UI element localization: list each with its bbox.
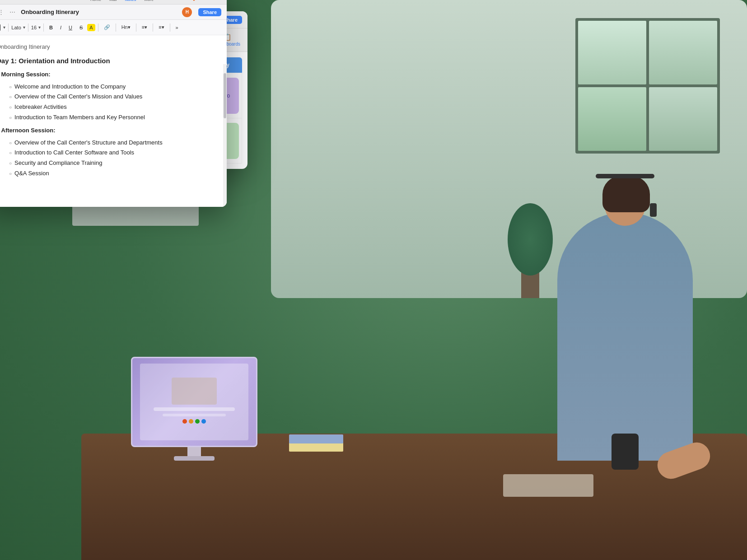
fmt-separator-2 — [28, 23, 28, 32]
highlight-button[interactable]: A — [87, 24, 95, 31]
notes-window: ‹ › ⚙ 🔍 Search ⌘F ⌂ Home ✉ Mail 📝 Notes … — [0, 0, 227, 207]
morning-header: • Morning Session: — [0, 70, 218, 81]
morning-item-2-text: Overview of the Call Center's Mission an… — [14, 92, 142, 102]
morning-items: ○ Welcome and Introduction to the Compan… — [9, 82, 218, 122]
morning-item-1: ○ Welcome and Introduction to the Compan… — [9, 82, 218, 92]
morning-item-4-text: Introduction to Team Members and Key Per… — [14, 113, 145, 122]
hair — [602, 176, 650, 212]
sub-dot-7: ○ — [9, 160, 12, 168]
fmt-separator-3 — [43, 23, 44, 32]
headset-mic — [650, 203, 657, 217]
notes-titlebar: ‹ › ⚙ 🔍 Search ⌘F ⌂ Home ✉ Mail 📝 Notes … — [0, 0, 227, 5]
notes-kebab-icon[interactable]: ⋮ — [0, 9, 4, 15]
color-picker-btn[interactable]: A — [0, 24, 0, 31]
notes-doc-share-button[interactable]: Share — [198, 8, 221, 16]
afternoon-header: • Afternoon Session: — [0, 126, 218, 137]
notes-content-area: Onboarding Itinerary Day 1: Orientation … — [0, 35, 227, 207]
strikethrough-button[interactable]: S — [77, 23, 85, 32]
fmt-separator-6 — [136, 23, 136, 32]
monitor-content — [140, 364, 248, 440]
monitor-text-2 — [163, 414, 226, 416]
notes-scrollbar-thumb[interactable] — [224, 73, 226, 118]
pane-1 — [578, 21, 646, 84]
notes-doc-subtitle: Onboarding Itinerary — [0, 42, 218, 52]
notes-doc-title: Onboarding Itinerary — [21, 9, 79, 15]
font-name-display[interactable]: Lato — [11, 25, 21, 30]
afternoon-label: Afternoon Session: — [1, 126, 56, 135]
afternoon-section: • Afternoon Session: ○ Overview of the C… — [0, 126, 218, 178]
monitor-neck — [187, 447, 201, 456]
underline-button[interactable]: U — [66, 23, 75, 32]
font-size-chevron[interactable]: ▾ — [38, 25, 41, 30]
sub-dot-8: ○ — [9, 170, 12, 178]
plant — [503, 208, 557, 298]
notes-nav-more[interactable]: ••• More — [144, 0, 154, 2]
notes-scrollbar[interactable] — [223, 64, 227, 207]
align-button[interactable]: ≡▾ — [139, 23, 150, 32]
fmt-separator-4 — [98, 23, 98, 32]
notes-notes-label: Notes — [125, 0, 136, 2]
notes-kebab-2[interactable]: ⋯ — [9, 9, 15, 15]
morning-item-1-text: Welcome and Introduction to the Company — [14, 82, 126, 92]
italic-button[interactable]: I — [57, 23, 64, 32]
book-1 — [289, 443, 343, 452]
bold-button[interactable]: B — [47, 23, 56, 32]
notes-doc-title-bar: ‹ ⋮ ⋯ Onboarding Itinerary H Share — [0, 5, 227, 20]
notes-nav-home[interactable]: ⌂ Home — [90, 0, 101, 2]
more-fmt-button[interactable]: » — [173, 23, 181, 32]
keyboard — [503, 474, 593, 497]
book-2 — [289, 434, 343, 443]
notes-user-avatar: H — [192, 0, 196, 1]
notes-home-label: Home — [90, 0, 101, 2]
afternoon-item-1: ○ Overview of the Call Center's Structur… — [9, 138, 218, 148]
window-panes — [575, 18, 720, 154]
notes-doc-avatar: H — [182, 7, 192, 17]
afternoon-item-4: ○ Q&A Session — [9, 169, 218, 178]
sub-dot-5: ○ — [9, 140, 12, 148]
heading-button[interactable]: Hn▾ — [119, 23, 133, 32]
sub-dot-3: ○ — [9, 104, 12, 112]
monitor-screen — [131, 357, 257, 447]
monitor-assembly — [131, 357, 257, 461]
pane-3 — [578, 87, 646, 151]
pane-4 — [649, 87, 717, 151]
person — [557, 212, 693, 461]
morning-item-3-text: Icebreaker Activities — [14, 103, 67, 112]
day1-title: Day 1: Orientation and Introduction — [0, 56, 218, 66]
sub-dot-6: ○ — [9, 149, 12, 158]
afternoon-item-3-text: Security and Compliance Training — [14, 159, 102, 168]
fmt-separator-1 — [8, 23, 9, 32]
font-chevron-icon[interactable]: ▾ — [3, 25, 5, 30]
afternoon-item-4-text: Q&A Session — [14, 169, 49, 178]
fmt-separator-7 — [153, 23, 153, 32]
fmt-separator-5 — [116, 23, 116, 32]
sub-dot-2: ○ — [9, 93, 12, 102]
morning-section: • Morning Session: ○ Welcome and Introdu… — [0, 70, 218, 122]
notes-formatting-bar: A ▾ Lato ▾ 16 ▾ B I U S A 🔗 Hn▾ ≡▾ ≡▾ » — [0, 20, 227, 35]
body — [557, 212, 693, 461]
monitor-base — [174, 456, 215, 461]
headset-band — [596, 174, 654, 178]
afternoon-item-1-text: Overview of the Call Center's Structure … — [14, 138, 163, 148]
notes-nav-mail[interactable]: ✉ Mail — [109, 0, 117, 2]
monitor-text-1 — [154, 407, 235, 411]
notes-nav-notes[interactable]: 📝 Notes — [125, 0, 136, 2]
sub-dot-1: ○ — [9, 84, 12, 92]
notes-mail-label: Mail — [109, 0, 117, 2]
morning-item-3: ○ Icebreaker Activities — [9, 103, 218, 112]
font-size-display[interactable]: 16 — [31, 25, 37, 30]
notes-more-label: More — [144, 0, 154, 2]
font-name-chevron[interactable]: ▾ — [23, 25, 25, 30]
afternoon-items: ○ Overview of the Call Center's Structur… — [9, 138, 218, 178]
afternoon-item-3: ○ Security and Compliance Training — [9, 159, 218, 168]
phone-stand — [612, 434, 639, 470]
morning-label: Morning Session: — [1, 70, 51, 79]
afternoon-item-2-text: Introduction to Call Center Software and… — [14, 148, 134, 158]
sub-dot-4: ○ — [9, 114, 12, 122]
monitor-dots — [182, 419, 206, 424]
morning-item-4: ○ Introduction to Team Members and Key P… — [9, 113, 218, 122]
link-button[interactable]: 🔗 — [101, 23, 113, 32]
pane-2 — [649, 21, 717, 84]
list-button[interactable]: ≡▾ — [156, 23, 167, 32]
afternoon-item-2: ○ Introduction to Call Center Software a… — [9, 148, 218, 158]
